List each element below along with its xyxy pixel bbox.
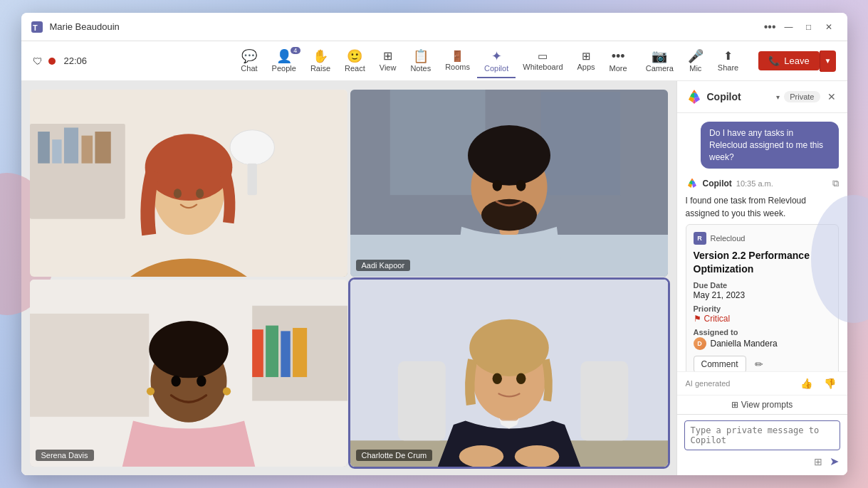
apps-icon: ⊞ [582,51,591,61]
svg-rect-8 [95,132,110,164]
phone-icon: 📞 [768,55,780,66]
svg-point-24 [492,180,501,191]
toolbar-chat[interactable]: 💬 Chat [234,47,264,75]
teams-logo: T [30,20,44,34]
svg-rect-6 [63,127,78,163]
grid-button[interactable]: ⊞ [812,455,824,469]
copy-icon[interactable]: ⧉ [832,178,839,189]
apps-label: Apps [577,63,595,71]
chat-icon: 💬 [241,50,257,63]
whiteboard-label: Whiteboard [523,63,563,71]
toolbar-notes[interactable]: 📋 Notes [403,47,438,75]
window-title: Marie Beaudouin [50,21,764,32]
toolbar-mic[interactable]: 🎤 Mic [682,47,709,75]
toolbar-camera[interactable]: 📷 Camera [640,47,679,75]
thumbs-down-button[interactable]: 👎 [821,376,839,391]
user-message: Do I have any tasks in Relecloud assigne… [701,122,839,169]
svg-point-48 [492,373,501,385]
react-label: React [345,64,365,73]
close-button[interactable]: ✕ [819,17,839,37]
copilot-title: Copilot [707,91,773,102]
task-card-header: R Relecloud [694,232,831,245]
copilot-chevron-icon[interactable]: ▾ [776,93,780,101]
toolbar-whiteboard[interactable]: ▭ Whiteboard [516,48,570,74]
toolbar-people[interactable]: 👤 People 4 [265,47,303,75]
svg-point-39 [222,388,230,396]
svg-point-9 [229,130,273,165]
priority-icon: ⚑ [694,314,701,324]
teams-window: T Marie Beaudouin ••• — □ ✕ 🛡 22:06 💬 Ch… [21,13,847,475]
toolbar-right: 📷 Camera 🎤 Mic ⬆ Share 📞 Leave ▼ [634,47,836,75]
svg-rect-7 [81,136,93,164]
raise-label: Raise [310,64,330,73]
more-icon: ••• [612,50,625,63]
person-svg-2 [350,90,668,277]
priority-value: ⚑ Critical [694,314,831,324]
toolbar-rooms[interactable]: 🚪 Rooms [438,48,477,74]
title-bar: T Marie Beaudouin ••• — □ ✕ [21,13,847,41]
mic-icon: 🎤 [688,50,704,63]
meeting-toolbar: 🛡 22:06 💬 Chat 👤 People 4 ✋ Raise 🙂 Reac… [21,41,847,81]
rooms-label: Rooms [445,63,470,71]
svg-rect-19 [540,92,620,195]
meeting-time: 22:06 [64,55,88,66]
share-label: Share [718,63,738,72]
bot-meta: Copilot 10:35 a.m. ⧉ [686,177,839,190]
copilot-logo [686,88,703,105]
prompts-icon: ⊞ [731,400,738,410]
svg-rect-5 [52,139,61,163]
toolbar-apps[interactable]: ⊞ Apps [570,48,602,74]
leave-label: Leave [784,55,809,66]
thumbs-up-button[interactable]: 👍 [798,376,815,391]
bot-response-text: I found one task from Relevloud assigned… [686,194,839,220]
svg-point-22 [468,125,550,186]
title-bar-more[interactable]: ••• [764,21,776,33]
toolbar-react[interactable]: 🙂 React [338,47,372,75]
maximize-button[interactable]: □ [799,17,819,37]
edit-button[interactable]: ✏ [752,356,766,371]
video-placeholder-2: Aadi Kapoor [350,90,668,277]
video-placeholder-4: Charlotte De Crum [350,280,668,467]
svg-rect-27 [30,314,149,417]
toolbar-left: 🛡 22:06 [33,55,234,67]
svg-rect-30 [266,326,278,377]
camera-icon: 📷 [652,50,667,63]
toolbar-share[interactable]: ⬆ Share [712,48,744,75]
svg-rect-29 [252,329,263,377]
send-button[interactable]: ➤ [828,453,840,470]
notes-icon: 📋 [413,50,429,63]
private-badge: Private [784,91,820,102]
person-svg-4 [350,280,668,467]
view-prompts-label: View prompts [741,400,793,410]
copilot-close-button[interactable]: ✕ [825,90,839,104]
assigned-to-label: Assigned to [694,328,831,336]
toolbar-raise[interactable]: ✋ Raise [303,47,338,75]
task-due-date-field: Due Date May 21, 2023 [694,281,831,300]
camera-label: Camera [646,64,674,73]
task-priority-field: Priority ⚑ Critical [694,304,831,324]
due-date-value: May 21, 2023 [694,290,831,300]
video-tile-2: Aadi Kapoor [350,90,668,277]
bot-name: Copilot [703,179,732,189]
comment-button[interactable]: Comment [694,356,746,371]
recording-indicator [48,58,56,65]
chat-label: Chat [241,64,257,73]
leave-button[interactable]: 📞 Leave [758,51,819,70]
priority-text: Critical [704,314,731,324]
person-svg-1 [30,90,347,277]
people-badge: 4 [291,47,300,54]
svg-point-14 [173,189,181,198]
copilot-label: Copilot [484,64,508,73]
copilot-input[interactable] [684,420,840,450]
toolbar-view[interactable]: ⊞ View [372,48,404,75]
toolbar-more[interactable]: ••• More [602,47,634,75]
svg-point-49 [516,373,525,385]
toolbar-copilot[interactable]: ✦ Copilot [477,47,516,75]
main-content: Aadi Kapoor [21,81,847,475]
copilot-icon: ✦ [491,50,502,63]
leave-chevron-button[interactable]: ▼ [820,51,836,72]
svg-point-36 [171,376,180,387]
minimize-button[interactable]: — [779,17,799,37]
view-prompts-button[interactable]: ⊞ View prompts [731,400,793,410]
bot-time: 10:35 a.m. [736,179,773,188]
